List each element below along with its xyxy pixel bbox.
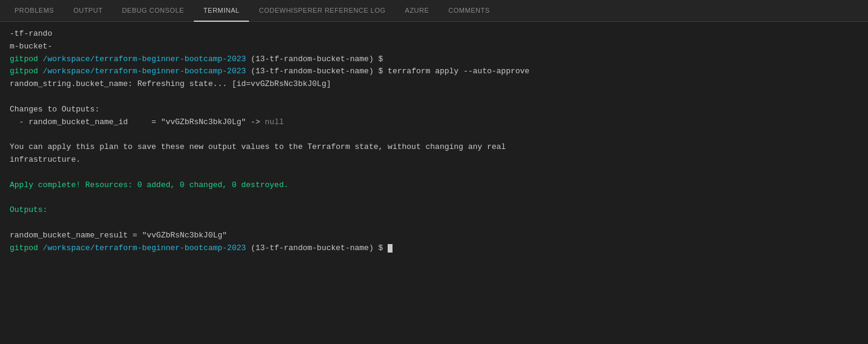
- terminal-empty-line: [10, 191, 858, 204]
- terminal-line-output: - random_bucket_name_id = "vvGZbRsNc3bkJ…: [10, 116, 858, 129]
- terminal-cursor: [388, 244, 393, 253]
- tab-output[interactable]: OUTPUT: [64, 0, 112, 22]
- terminal-line: random_bucket_name_result = "vvGZbRsNc3b…: [10, 230, 858, 242]
- terminal-line: You can apply this plan to save these ne…: [10, 141, 858, 154]
- tab-codewhisperer[interactable]: CODEWHISPERER REFERENCE LOG: [249, 0, 395, 22]
- terminal-line: m-bucket-: [10, 41, 858, 53]
- terminal-empty-line: [10, 128, 858, 141]
- terminal-body: -tf-random-bucket-gitpod /workspace/terr…: [0, 22, 868, 344]
- tab-azure[interactable]: AZURE: [396, 0, 439, 22]
- terminal-empty-line: [10, 217, 858, 230]
- terminal-prompt-line: gitpod /workspace/terraform-beginner-boo…: [10, 65, 858, 78]
- terminal-line: -tf-rando: [10, 28, 858, 41]
- terminal-empty-line: [10, 91, 858, 104]
- tab-terminal[interactable]: TERMINAL: [194, 0, 250, 22]
- terminal-line: infrastructure.: [10, 154, 858, 167]
- tab-comments[interactable]: COMMENTS: [439, 0, 499, 22]
- terminal-line-green: Outputs:: [10, 204, 858, 217]
- terminal-line: Changes to Outputs:: [10, 104, 858, 116]
- terminal-line: random_string.bucket_name: Refreshing st…: [10, 78, 858, 91]
- tab-problems[interactable]: PROBLEMS: [5, 0, 64, 22]
- terminal-empty-line: [10, 167, 858, 179]
- terminal-prompt-cursor-line: gitpod /workspace/terraform-beginner-boo…: [10, 242, 858, 255]
- tab-debug-console[interactable]: DEBUG CONSOLE: [112, 0, 193, 22]
- tab-bar: PROBLEMSOUTPUTDEBUG CONSOLETERMINALCODEW…: [0, 0, 868, 22]
- terminal-prompt-line: gitpod /workspace/terraform-beginner-boo…: [10, 53, 858, 66]
- terminal-line-green: Apply complete! Resources: 0 added, 0 ch…: [10, 179, 858, 192]
